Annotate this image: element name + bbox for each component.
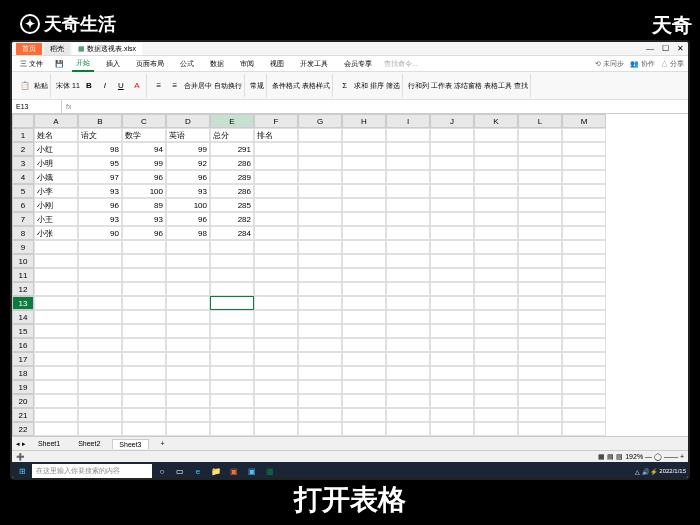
paste-button[interactable]: 📋 (18, 79, 32, 93)
underline-icon[interactable]: U (114, 79, 128, 93)
cell-G5[interactable] (298, 184, 342, 198)
cell-K8[interactable] (474, 226, 518, 240)
cell-B12[interactable] (78, 282, 122, 296)
cell-H13[interactable] (342, 296, 386, 310)
cell-F1[interactable]: 排名 (254, 128, 298, 142)
cell-I10[interactable] (386, 254, 430, 268)
cell-L16[interactable] (518, 338, 562, 352)
clock[interactable]: 2022/1/15 (659, 468, 686, 474)
cell-H10[interactable] (342, 254, 386, 268)
cell-I19[interactable] (386, 380, 430, 394)
cell-G12[interactable] (298, 282, 342, 296)
cell-C1[interactable]: 数学 (122, 128, 166, 142)
app-icon-2[interactable]: ▣ (244, 464, 260, 478)
cell-H1[interactable] (342, 128, 386, 142)
taskview-icon[interactable]: ▭ (172, 464, 188, 478)
cell-F17[interactable] (254, 352, 298, 366)
col-head-F[interactable]: F (254, 114, 298, 128)
cell-J19[interactable] (430, 380, 474, 394)
cell-G22[interactable] (298, 422, 342, 436)
cell-A5[interactable]: 小李 (34, 184, 78, 198)
tab-file[interactable]: ▦ 数据透视表.xlsx (72, 43, 142, 55)
cell-A21[interactable] (34, 408, 78, 422)
cortana-icon[interactable]: ○ (154, 464, 170, 478)
cell-D1[interactable]: 英语 (166, 128, 210, 142)
cell-I5[interactable] (386, 184, 430, 198)
cell-I15[interactable] (386, 324, 430, 338)
row-head-11[interactable]: 11 (12, 268, 34, 282)
cell-L14[interactable] (518, 310, 562, 324)
cell-M7[interactable] (562, 212, 606, 226)
cell-K16[interactable] (474, 338, 518, 352)
cell-J5[interactable] (430, 184, 474, 198)
cell-M6[interactable] (562, 198, 606, 212)
maximize-icon[interactable]: ☐ (662, 44, 669, 53)
cell-K2[interactable] (474, 142, 518, 156)
cell-E2[interactable]: 291 (210, 142, 254, 156)
cell-C22[interactable] (122, 422, 166, 436)
cell-G11[interactable] (298, 268, 342, 282)
cell-M14[interactable] (562, 310, 606, 324)
cell-I1[interactable] (386, 128, 430, 142)
cell-C18[interactable] (122, 366, 166, 380)
cell-C16[interactable] (122, 338, 166, 352)
cell-I21[interactable] (386, 408, 430, 422)
cell-K22[interactable] (474, 422, 518, 436)
cell-C20[interactable] (122, 394, 166, 408)
cell-J6[interactable] (430, 198, 474, 212)
cell-H3[interactable] (342, 156, 386, 170)
cell-C13[interactable] (122, 296, 166, 310)
cell-J9[interactable] (430, 240, 474, 254)
cell-G21[interactable] (298, 408, 342, 422)
cell-G15[interactable] (298, 324, 342, 338)
cell-F4[interactable] (254, 170, 298, 184)
cell-J3[interactable] (430, 156, 474, 170)
cell-K11[interactable] (474, 268, 518, 282)
tab-home[interactable]: 首页 (16, 43, 42, 55)
cell-A19[interactable] (34, 380, 78, 394)
row-head-2[interactable]: 2 (12, 142, 34, 156)
cell-C6[interactable]: 89 (122, 198, 166, 212)
cell-A6[interactable]: 小刚 (34, 198, 78, 212)
cell-L9[interactable] (518, 240, 562, 254)
cell-G18[interactable] (298, 366, 342, 380)
row-head-22[interactable]: 22 (12, 422, 34, 436)
cell-B2[interactable]: 98 (78, 142, 122, 156)
cell-H15[interactable] (342, 324, 386, 338)
col-head-C[interactable]: C (122, 114, 166, 128)
cell-E15[interactable] (210, 324, 254, 338)
cell-I2[interactable] (386, 142, 430, 156)
col-head-I[interactable]: I (386, 114, 430, 128)
cell-L18[interactable] (518, 366, 562, 380)
cell-J8[interactable] (430, 226, 474, 240)
cell-B19[interactable] (78, 380, 122, 394)
cell-E6[interactable]: 285 (210, 198, 254, 212)
cell-J1[interactable] (430, 128, 474, 142)
cell-J11[interactable] (430, 268, 474, 282)
cell-B5[interactable]: 93 (78, 184, 122, 198)
align-center-icon[interactable]: ≡ (168, 79, 182, 93)
cell-J17[interactable] (430, 352, 474, 366)
cell-F22[interactable] (254, 422, 298, 436)
cell-D22[interactable] (166, 422, 210, 436)
share-button[interactable]: △ 分享 (661, 59, 684, 69)
cell-K12[interactable] (474, 282, 518, 296)
cell-M17[interactable] (562, 352, 606, 366)
cell-H4[interactable] (342, 170, 386, 184)
cell-L5[interactable] (518, 184, 562, 198)
cell-G20[interactable] (298, 394, 342, 408)
cell-E14[interactable] (210, 310, 254, 324)
cell-C17[interactable] (122, 352, 166, 366)
cell-H5[interactable] (342, 184, 386, 198)
font-color-icon[interactable]: A (130, 79, 144, 93)
app-icon[interactable]: ▣ (226, 464, 242, 478)
cell-M20[interactable] (562, 394, 606, 408)
cell-D5[interactable]: 93 (166, 184, 210, 198)
cell-H9[interactable] (342, 240, 386, 254)
cell-B8[interactable]: 90 (78, 226, 122, 240)
sheet-nav-icon[interactable]: ◂ ▸ (16, 440, 26, 448)
cell-L4[interactable] (518, 170, 562, 184)
cell-K3[interactable] (474, 156, 518, 170)
tools-button[interactable]: 表格工具 (484, 81, 512, 91)
row-head-7[interactable]: 7 (12, 212, 34, 226)
